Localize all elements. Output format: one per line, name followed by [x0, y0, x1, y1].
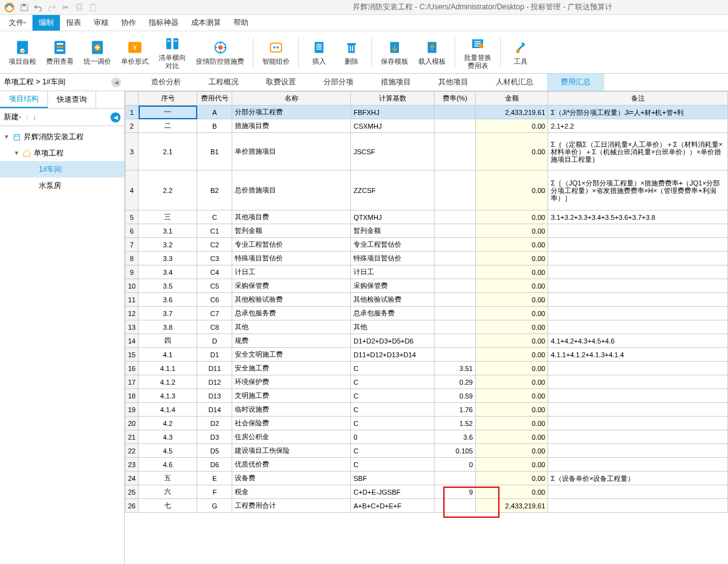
- svg-rect-22: [270, 43, 282, 52]
- svg-point-24: [277, 46, 279, 49]
- table-row[interactable]: 204.2D2社会保险费C1.520.00: [125, 417, 728, 430]
- subtab-费用汇总[interactable]: 费用汇总: [547, 74, 604, 91]
- table-row[interactable]: 154.1D1安全文明施工费D11+D12+D13+D140.004.1.1+4…: [125, 348, 728, 362]
- ribbon-智能组价[interactable]: 智能组价: [258, 37, 293, 67]
- arrow-down-icon[interactable]: ↓: [32, 113, 36, 122]
- menu-2[interactable]: 报表: [60, 15, 87, 31]
- subtab-其他项目[interactable]: 其他项目: [425, 74, 482, 91]
- table-row[interactable]: 234.6D6优质优价费C00.00: [125, 458, 728, 472]
- ribbon-icon-8: [343, 39, 360, 56]
- menu-5[interactable]: 指标神器: [142, 15, 185, 31]
- menu-4[interactable]: 协作: [115, 15, 142, 31]
- ribbon-icon-3: ¥: [126, 39, 144, 56]
- table-row[interactable]: 26七G工程费用合计A+B+C+D+E+F2,433,219.61: [125, 499, 728, 513]
- mid-bar: 单项工程 > 1#车间 ◀ 造价分析工程概况取费设置分部分项措施项目其他项目人材…: [0, 74, 728, 91]
- ribbon-保存模板[interactable]: 保存模板: [377, 37, 412, 67]
- table-row[interactable]: 214.3D3住房公积金03.60.00: [125, 430, 728, 444]
- svg-rect-18: [167, 40, 170, 41]
- tree-pump-room[interactable]: 水泵房: [0, 177, 124, 194]
- cut-icon[interactable]: ✂: [61, 3, 70, 12]
- table-row[interactable]: 73.2C2专业工程暂估价专业工程暂估价0.00: [125, 238, 728, 252]
- tree-root[interactable]: ▼ 昇辉消防安装工程: [0, 129, 124, 145]
- table-row[interactable]: 174.1.2D12环境保护费C0.290.00: [125, 375, 728, 389]
- copy-icon[interactable]: [75, 3, 84, 12]
- collapse-tree-icon[interactable]: ◀: [111, 112, 121, 122]
- col-header-7[interactable]: 备注: [548, 92, 728, 106]
- col-header-5[interactable]: 费率(%): [435, 92, 476, 106]
- save-icon[interactable]: [20, 3, 29, 12]
- svg-point-21: [218, 46, 222, 50]
- menu-1[interactable]: 编制: [32, 15, 60, 31]
- table-row[interactable]: 24五E设备费SBF0.00Σ（设备单价×设备工程量）: [125, 472, 728, 485]
- svg-rect-38: [15, 136, 16, 137]
- tree-pump-label: 水泵房: [39, 181, 61, 191]
- tree-workshop-label: 1#车间: [39, 164, 62, 175]
- subtab-措施项目[interactable]: 措施项目: [367, 74, 425, 91]
- col-header-1[interactable]: 序号: [139, 92, 197, 106]
- ribbon-统一调价[interactable]: 统一调价: [80, 37, 115, 67]
- ribbon-工具[interactable]: 工具: [506, 37, 536, 67]
- table-row[interactable]: 184.1.3D13文明施工费C0.590.00: [125, 389, 728, 403]
- subtab-人材机汇总[interactable]: 人材机汇总: [482, 74, 547, 91]
- table-row[interactable]: 133.8C8其他其他0.00: [125, 320, 728, 334]
- breadcrumb: 单项工程 > 1#车间 ◀: [0, 74, 125, 91]
- fee-summary-table[interactable]: 序号费用代号名称计算基数费率(%)金额备注 1一A分部分项工程费FBFXHJ2,…: [125, 91, 728, 513]
- ribbon-单价形式[interactable]: ¥单价形式: [117, 37, 152, 67]
- new-button[interactable]: 新建-: [4, 112, 21, 122]
- table-row[interactable]: 25六F税金C+D+E-JGSBF90.00: [125, 485, 728, 499]
- col-header-0[interactable]: [125, 92, 139, 106]
- tree-single-project[interactable]: ▼ 单项工程: [0, 145, 124, 161]
- col-header-2[interactable]: 费用代号: [197, 92, 232, 106]
- table-row[interactable]: 93.4C4计日工计日工0.00: [125, 265, 728, 279]
- paste-icon[interactable]: [89, 3, 97, 12]
- tab-quick-query[interactable]: 快速查询: [48, 91, 96, 108]
- ribbon-icon-4: [164, 35, 181, 52]
- col-header-4[interactable]: 计算基数: [351, 92, 435, 106]
- table-row[interactable]: 5三C其他项目费QTXMHJ0.003.1+3.2+3.3+3.4+3.5+3.…: [125, 210, 728, 224]
- table-row[interactable]: 42.2B2总价措施项目ZZCSF0.00Σ［（JQ1×分部分项工程量）×措施费…: [125, 171, 728, 210]
- table-row[interactable]: 1一A分部分项工程费FBFXHJ2,433,219.61Σ（Ji*分部分项工程量…: [125, 106, 728, 119]
- table-row[interactable]: 63.1C1暂列金额暂列金额0.00: [125, 224, 728, 238]
- col-header-6[interactable]: 金额: [476, 92, 548, 106]
- ribbon-载入模板[interactable]: 载入模板: [415, 37, 450, 67]
- tab-project-structure[interactable]: 项目结构: [0, 91, 48, 108]
- table-row[interactable]: 32.1B1单价措施项目JSCSF0.00Σ｛（定额Σ（工日消耗量×人工单价）＋…: [125, 133, 728, 171]
- subtab-分部分项[interactable]: 分部分项: [310, 74, 367, 91]
- menu-0[interactable]: 文件-: [2, 15, 32, 31]
- tree-workshop-1[interactable]: 1#车间: [0, 161, 124, 177]
- ribbon-删除[interactable]: 删除: [337, 37, 366, 67]
- ribbon-项目自检[interactable]: 项目自检: [5, 37, 40, 67]
- table-row[interactable]: 224.5D5建设项目工伤保险C0.1050.00: [125, 444, 728, 458]
- undo-icon[interactable]: [34, 3, 42, 12]
- table-row[interactable]: 83.3C3特殊项目暂估价特殊项目暂估价0.00: [125, 252, 728, 265]
- subtab-造价分析[interactable]: 造价分析: [137, 74, 195, 91]
- svg-rect-17: [174, 38, 179, 49]
- arrow-up-icon[interactable]: ↑: [25, 113, 29, 122]
- table-row[interactable]: 103.5C5采购保管费采购保管费0.00: [125, 279, 728, 293]
- redo-icon[interactable]: [47, 3, 56, 12]
- ribbon-费用查看[interactable]: 费用查看: [42, 37, 77, 67]
- ribbon-icon-5: [212, 39, 229, 56]
- table-row[interactable]: 194.1.4D14临时设施费C1.760.00: [125, 403, 728, 417]
- app-title: 昇辉消防安装工程 - C:/Users/Administrator/Deskto…: [0, 2, 728, 12]
- table-row[interactable]: 123.7C7总承包服务费总承包服务费0.00: [125, 307, 728, 320]
- svg-point-23: [273, 46, 276, 49]
- table-row[interactable]: 164.1.1D11安全施工费C3.510.00: [125, 362, 728, 375]
- tree-root-label: 昇辉消防安装工程: [24, 132, 84, 142]
- table-row[interactable]: 14四D规费D1+D2+D3+D5+D60.004.1+4.2+4.3+4.5+…: [125, 334, 728, 348]
- collapse-left-icon[interactable]: ◀: [111, 77, 121, 87]
- ribbon-批量替换费用表[interactable]: 批量替换费用表: [460, 34, 495, 71]
- ribbon-疫情防控措施费[interactable]: 疫情防控措施费: [192, 37, 248, 67]
- col-header-3[interactable]: 名称: [232, 92, 351, 106]
- ribbon-清单横向对比[interactable]: 清单横向对比: [155, 34, 190, 71]
- subtab-工程概况[interactable]: 工程概况: [195, 74, 252, 91]
- table-row[interactable]: 113.6C6其他检验试验费其他检验试验费0.00: [125, 293, 728, 307]
- menu-7[interactable]: 帮助: [227, 15, 255, 31]
- menu-3[interactable]: 审核: [87, 15, 115, 31]
- subtab-取费设置[interactable]: 取费设置: [252, 74, 310, 91]
- sub-tabs: 造价分析工程概况取费设置分部分项措施项目其他项目人材机汇总费用汇总: [125, 74, 728, 91]
- left-panel: 项目结构 快速查询 新建- ↑ ↓ ◀ ▼ 昇辉消防安装工程 ▼ 单项工程 1#…: [0, 91, 125, 564]
- ribbon-插入[interactable]: 插入: [304, 37, 334, 67]
- table-row[interactable]: 2二B措施项目费CSXMHJ0.002.1+2.2: [125, 119, 728, 133]
- menu-6[interactable]: 成本测算: [185, 15, 227, 31]
